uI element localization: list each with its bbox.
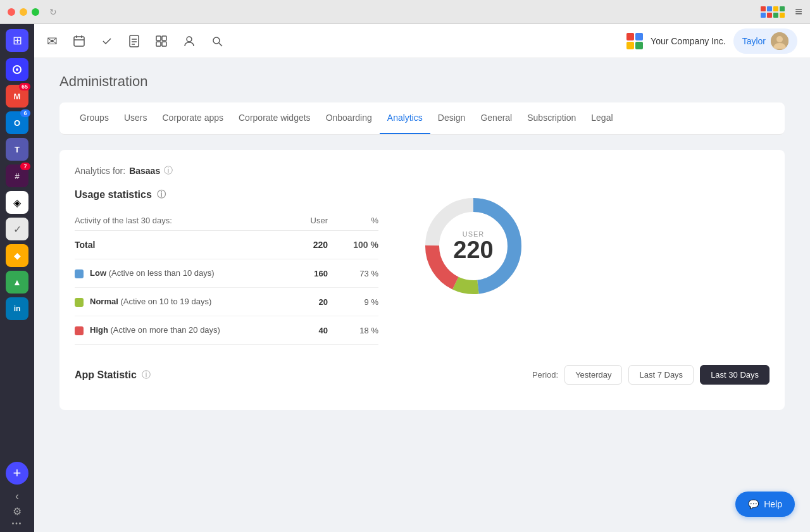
table-header: Activity of the last 30 days: User % [75,211,378,231]
donut-chart: USER 220 [416,189,530,303]
gmail-badge: 65 [19,83,30,90]
apps-grid-icon[interactable] [761,6,785,18]
user-icon[interactable] [183,35,196,47]
table-row-high: High (Active on more than 20 days) 40 18… [75,316,378,345]
donut-value: 220 [453,238,493,262]
app-statistic: App Statistic ⓘ Period: Yesterday Last 7… [75,365,770,385]
tab-corporate-apps[interactable]: Corporate apps [154,102,231,134]
sidebar-item-bookmark[interactable]: ◆ [6,244,28,267]
more-icon[interactable]: ••• [12,520,23,527]
pct-col-header: % [328,216,378,225]
tab-onboarding[interactable]: Onboarding [318,102,380,134]
user-col-header: User [277,216,328,225]
slack-badge: 7 [20,163,30,170]
svg-rect-13 [162,42,166,46]
row-label-high: High (Active on more than 20 days) [75,325,277,335]
help-button[interactable]: 💬 Help [735,492,795,517]
titlebar: ↻ ≡ [0,0,810,24]
add-app-button[interactable]: + [6,462,28,485]
svg-rect-6 [130,35,139,47]
sidebar-bottom: + ‹ ⚙ ••• [6,462,28,527]
svg-point-18 [776,36,783,42]
menu-icon[interactable]: ≡ [795,4,802,19]
top-nav: ✉ Your Company Inc. Taylor [34,24,810,58]
svg-rect-12 [156,42,161,46]
usage-title: Usage statistics ⓘ [75,189,378,201]
sidebar-item-color-app[interactable]: ◈ [6,191,28,214]
sidebar-item-check[interactable]: ✓ [6,218,28,240]
help-icon: 💬 [748,499,759,509]
tab-analytics[interactable]: Analytics [380,102,430,134]
sidebar-item-outlook[interactable]: O 6 [6,111,28,134]
analytics-for-label: Analytics for: [75,166,125,176]
analytics-for: Analytics for: Basaas ⓘ [75,165,770,176]
svg-point-1 [16,68,18,71]
donut-container: USER 220 [404,189,543,303]
sidebar-item-teams[interactable]: T [6,138,28,161]
sidebar-main-icon[interactable]: ⊞ [6,29,28,52]
minimize-button[interactable] [20,8,27,16]
high-value: 40 [277,326,328,335]
company-name: Your Company Inc. [651,36,726,46]
tab-corporate-widgets[interactable]: Corporate widgets [231,102,318,134]
normal-value: 20 [277,297,328,307]
sidebar-item-slack[interactable]: # 7 [6,164,28,187]
settings-icon[interactable]: ⚙ [13,505,22,517]
user-menu-button[interactable]: Taylor [733,28,797,54]
tab-legal[interactable]: Legal [583,102,620,134]
calendar-icon[interactable] [73,35,85,47]
usage-section: Usage statistics ⓘ Activity of the last … [75,189,770,345]
total-row: Total 220 100 % [75,231,378,259]
refresh-icon[interactable]: ↻ [49,7,57,17]
table-row-normal: Normal (Active on 10 to 19 days) 20 9 % [75,288,378,316]
tab-design[interactable]: Design [430,102,473,134]
company-logo [626,33,643,49]
usage-table: Usage statistics ⓘ Activity of the last … [75,189,378,345]
low-value: 160 [277,269,328,278]
total-pct: 100 % [328,240,378,250]
sidebar-item-linkedin[interactable]: in [6,297,28,320]
analytics-company: Basaas [129,166,160,176]
total-value: 220 [277,240,328,250]
left-sidebar: ⊞ M 65 O 6 T # 7 ◈ ✓ ◆ ▲ in + ‹ ⚙ ••• [0,24,34,532]
main-content: Administration Groups Users Corporate ap… [34,58,810,532]
collapse-icon[interactable]: ‹ [15,490,19,503]
document-icon[interactable] [128,35,140,47]
tab-users[interactable]: Users [116,102,155,134]
row-label-normal: Normal (Active on 10 to 19 days) [75,297,277,307]
close-button[interactable] [8,8,15,16]
sidebar-item-drive[interactable]: ▲ [6,271,28,294]
last-30-days-button[interactable]: Last 30 Days [700,365,770,385]
svg-rect-2 [74,37,84,46]
yesterday-button[interactable]: Yesterday [564,365,622,385]
usage-info-icon[interactable]: ⓘ [157,189,166,201]
avatar [771,32,788,50]
svg-point-15 [213,37,220,44]
help-label: Help [764,499,782,509]
tab-general[interactable]: General [473,102,520,134]
donut-center: USER 220 [453,230,493,262]
tabs-container: Groups Users Corporate apps Corporate wi… [59,102,785,135]
tab-groups[interactable]: Groups [72,102,116,134]
outlook-badge: 6 [20,109,30,117]
inbox-icon[interactable]: ✉ [47,34,58,49]
content-area: Analytics for: Basaas ⓘ Usage statistics… [59,150,785,410]
high-pct: 18 % [328,326,378,335]
grid-icon[interactable] [155,35,168,47]
sidebar-item-gmail[interactable]: M 65 [6,85,28,108]
maximize-button[interactable] [32,8,39,16]
tab-subscription[interactable]: Subscription [520,102,583,134]
search-icon[interactable] [211,35,223,47]
analytics-info-icon[interactable]: ⓘ [164,165,173,176]
tasks-icon[interactable] [101,35,113,47]
low-color-dot [75,269,84,278]
last-7-days-button[interactable]: Last 7 Days [628,365,694,385]
nav-right: Your Company Inc. Taylor [626,28,797,54]
svg-point-14 [187,37,192,42]
app-stat-info-icon[interactable]: ⓘ [142,369,151,381]
normal-pct: 9 % [328,297,378,307]
sidebar-item-rocket[interactable] [6,58,28,81]
high-color-dot [75,326,84,335]
app-stat-header: App Statistic ⓘ Period: Yesterday Last 7… [75,365,770,385]
page-title: Administration [59,73,785,90]
